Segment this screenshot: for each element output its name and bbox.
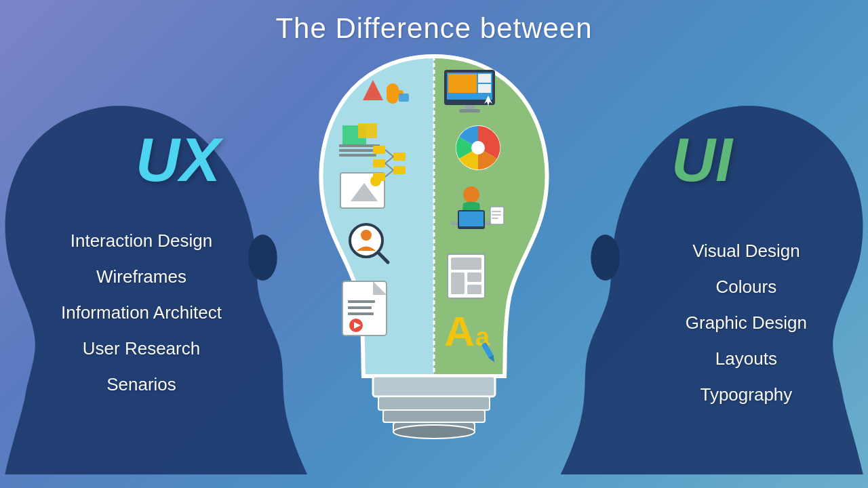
svg-rect-35 bbox=[393, 152, 406, 161]
ui-item-4: Layouts bbox=[686, 348, 807, 369]
ux-label: UX bbox=[136, 125, 220, 195]
svg-point-23 bbox=[361, 230, 372, 241]
svg-rect-58 bbox=[492, 218, 498, 219]
svg-rect-62 bbox=[467, 272, 481, 282]
svg-rect-43 bbox=[448, 74, 477, 93]
lightbulb-diagram: A a bbox=[305, 44, 563, 478]
ui-item-3: Graphic Design bbox=[686, 312, 807, 333]
page-title: The Difference between bbox=[275, 12, 592, 45]
svg-rect-18 bbox=[339, 154, 376, 157]
svg-rect-60 bbox=[451, 258, 481, 270]
ui-items-list: Visual Design Colours Graphic Design Lay… bbox=[686, 241, 807, 405]
ux-item-1: Interaction Design bbox=[61, 230, 222, 251]
svg-rect-44 bbox=[478, 74, 491, 83]
ui-label: UI bbox=[671, 125, 732, 195]
svg-text:A: A bbox=[444, 308, 475, 354]
svg-rect-28 bbox=[348, 306, 372, 309]
svg-rect-15 bbox=[358, 123, 377, 138]
svg-rect-33 bbox=[373, 159, 385, 167]
svg-point-9 bbox=[393, 425, 475, 439]
svg-rect-27 bbox=[348, 300, 375, 303]
svg-rect-54 bbox=[459, 211, 484, 226]
svg-rect-17 bbox=[339, 149, 373, 152]
ux-item-2: Wireframes bbox=[61, 266, 222, 287]
svg-rect-47 bbox=[459, 109, 480, 113]
svg-point-1 bbox=[591, 235, 620, 281]
svg-point-0 bbox=[248, 235, 277, 281]
svg-rect-56 bbox=[492, 211, 501, 212]
ux-item-4: User Research bbox=[61, 338, 222, 359]
ux-item-5: Senarios bbox=[61, 374, 222, 395]
svg-point-50 bbox=[471, 141, 485, 155]
svg-point-51 bbox=[463, 186, 479, 203]
svg-rect-34 bbox=[373, 173, 385, 181]
ui-item-5: Typography bbox=[686, 384, 807, 405]
svg-rect-57 bbox=[492, 214, 501, 216]
svg-rect-5 bbox=[373, 376, 495, 396]
svg-rect-13 bbox=[399, 94, 409, 102]
svg-rect-45 bbox=[478, 84, 491, 93]
ui-item-2: Colours bbox=[686, 277, 807, 298]
svg-rect-36 bbox=[393, 166, 406, 174]
ux-items-list: Interaction Design Wireframes Informatio… bbox=[61, 230, 222, 395]
svg-rect-29 bbox=[348, 312, 374, 315]
ui-item-1: Visual Design bbox=[686, 241, 807, 262]
svg-rect-6 bbox=[378, 396, 490, 410]
svg-rect-63 bbox=[467, 285, 481, 294]
svg-rect-7 bbox=[383, 410, 485, 422]
svg-rect-61 bbox=[451, 272, 465, 294]
ux-item-3: Information Architect bbox=[61, 302, 222, 323]
svg-rect-32 bbox=[373, 146, 385, 154]
